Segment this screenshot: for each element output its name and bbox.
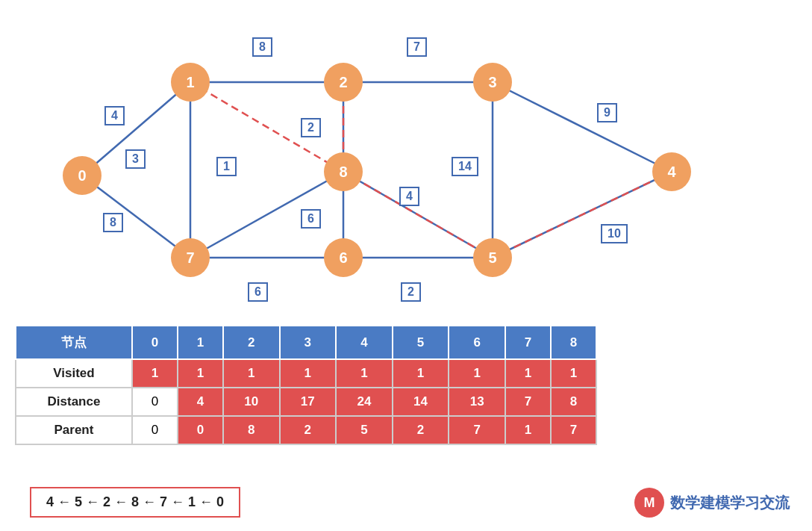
cell-1-1: 4 [178,388,223,416]
table-row-2: Parent008252717 [16,416,596,444]
cell-0-6: 1 [449,359,505,388]
cell-2-2: 8 [223,416,280,444]
node-6: 6 [324,238,363,277]
col-header-4: 4 [336,326,393,359]
edge-label-0-7: 8 [103,213,123,232]
edge-label-1-2: 8 [252,37,272,57]
cell-1-0: 0 [132,388,178,416]
edge-label-2-8: 2 [301,118,321,137]
logo-circle: M [634,488,664,518]
col-header-0: 0 [132,326,178,359]
col-header-8: 8 [551,326,596,359]
edge-label-2-3: 7 [407,37,427,57]
node-1: 1 [171,63,210,102]
row-label-2: Parent [16,416,132,444]
cell-2-6: 7 [449,416,505,444]
node-5: 5 [473,238,512,277]
col-header-3: 3 [280,326,337,359]
svg-line-5 [493,82,672,172]
edge-label-8-6: 6 [301,209,321,229]
cell-1-6: 13 [449,388,505,416]
row-label-0: Visited [16,359,132,388]
cell-1-4: 24 [336,388,393,416]
col-header-2: 2 [223,326,280,359]
edge-label-3-4: 9 [597,103,617,122]
edge-label-0-7-3: 3 [125,149,146,169]
cell-0-2: 1 [223,359,280,388]
table-row-0: Visited111111111 [16,359,596,388]
logo: M 数学建模学习交流 [634,488,790,518]
edge-label-0-1: 4 [104,106,125,125]
edge-label-8-5: 4 [399,187,419,206]
edge-label-6-5: 2 [401,282,421,302]
edge-label-4-5: 10 [601,224,628,243]
col-header-7: 7 [505,326,551,359]
row-label-1: Distance [16,388,132,416]
node-4: 4 [652,152,691,191]
cell-1-2: 10 [223,388,280,416]
cell-1-3: 17 [280,388,337,416]
cell-0-5: 1 [393,359,449,388]
cell-0-8: 1 [551,359,596,388]
cell-1-8: 8 [551,388,596,416]
logo-text: 数学建模学习交流 [670,493,790,513]
cell-1-7: 7 [505,388,551,416]
cell-0-3: 1 [280,359,337,388]
cell-2-8: 7 [551,416,596,444]
edge-label-7-6: 6 [248,282,268,302]
edge-label-3-5: 14 [452,157,478,176]
cell-1-5: 14 [393,388,449,416]
cell-0-7: 1 [505,359,551,388]
col-header-1: 1 [178,326,223,359]
svg-line-17 [493,172,672,258]
edge-label-1-7: 1 [216,157,237,176]
cell-2-4: 5 [336,416,393,444]
cell-0-4: 1 [336,359,393,388]
node-2: 2 [324,63,363,102]
node-3: 3 [473,63,512,102]
cell-2-1: 0 [178,416,223,444]
table-header-row: 节点 0 1 2 3 4 5 6 7 8 [16,326,596,359]
path-text: 4 ← 5 ← 2 ← 8 ← 7 ← 1 ← 0 [46,494,224,509]
table-body: Visited111111111Distance04101724141378Pa… [16,359,596,444]
cell-0-1: 1 [178,359,223,388]
cell-2-5: 2 [393,416,449,444]
node-8: 8 [324,152,363,191]
col-header-6: 6 [449,326,505,359]
node-0: 0 [63,156,102,195]
svg-line-16 [343,172,493,258]
graph-area: 0 1 2 3 4 5 6 7 8 8 6 2 8 7 9 10 2 6 14 … [0,0,812,321]
cell-0-0: 1 [132,359,178,388]
cell-2-3: 2 [280,416,337,444]
cell-2-7: 1 [505,416,551,444]
table-area: 节点 0 1 2 3 4 5 6 7 8 Visited111111111Dis… [15,325,597,445]
col-header-node: 节点 [16,326,132,359]
data-table: 节点 0 1 2 3 4 5 6 7 8 Visited111111111Dis… [15,325,597,445]
table-row-1: Distance04101724141378 [16,388,596,416]
edges-svg [0,0,812,321]
col-header-5: 5 [393,326,449,359]
path-box: 4 ← 5 ← 2 ← 8 ← 7 ← 1 ← 0 [30,487,240,518]
cell-2-0: 0 [132,416,178,444]
node-7: 7 [171,238,210,277]
